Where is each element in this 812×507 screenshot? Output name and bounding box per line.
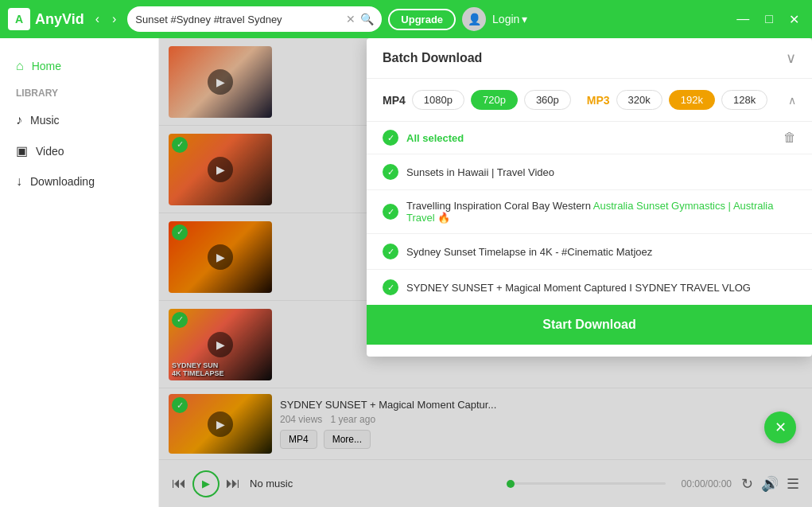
chevron-down-icon: ▾ xyxy=(522,13,527,25)
mp3-group: MP3 320k 192k 128k xyxy=(587,90,767,110)
sidebar-item-music[interactable]: ♪ Music xyxy=(0,105,158,135)
sidebar-item-home[interactable]: ⌂ Home xyxy=(0,51,158,81)
batch-download-modal: Batch Download ∨ MP4 1080p 720p 360p MP3 xyxy=(367,38,812,357)
list-item: ✓ Sunsets in Hawaii | Travel Video xyxy=(367,154,812,190)
list-item: ✓ Travelling Inspiration Coral Bay Weste… xyxy=(367,190,812,234)
topbar: A AnyVid ‹ › Sunset #Sydney #travel Sydn… xyxy=(0,0,812,38)
content-area: ▶ ✓ ▶ ✓ ▶ xyxy=(159,38,812,507)
items-list: ✓ Sunsets in Hawaii | Travel Video ✓ Tra… xyxy=(367,154,812,305)
format-row: MP4 1080p 720p 360p MP3 320k 192k 128k ∧ xyxy=(383,90,796,110)
sidebar-item-downloading[interactable]: ↓ Downloading xyxy=(0,166,158,197)
item-text: SYDNEY SUNSET + Magical Moment Captured … xyxy=(406,282,796,294)
login-button[interactable]: Login ▾ xyxy=(492,13,527,25)
item-text: Sydney Sunset Timelapse in 4K - #Cinemat… xyxy=(406,246,796,258)
logo-icon: A xyxy=(8,8,30,30)
search-bar: Sunset #Sydney #travel Sydney ✕ 🔍 xyxy=(127,6,382,32)
item-text: Travelling Inspiration Coral Bay Western… xyxy=(406,200,796,224)
maximize-button[interactable]: □ xyxy=(760,10,778,29)
quality-192k[interactable]: 192k xyxy=(669,90,715,110)
upgrade-button[interactable]: Upgrade xyxy=(388,9,456,30)
app-logo: A AnyVid xyxy=(8,8,84,30)
close-circle-button[interactable]: ✕ xyxy=(764,411,796,443)
music-icon: ♪ xyxy=(16,113,22,127)
item-text: Sunsets in Hawaii | Travel Video xyxy=(406,166,796,178)
quality-128k[interactable]: 128k xyxy=(721,90,767,110)
sidebar: ⌂ Home Library ♪ Music ▣ Video ↓ Downloa… xyxy=(0,38,159,507)
modal-overlay: Batch Download ∨ MP4 1080p 720p 360p MP3 xyxy=(159,38,812,507)
item-check-icon: ✓ xyxy=(383,164,398,180)
avatar: 👤 xyxy=(462,7,486,31)
window-controls: — □ ✕ xyxy=(732,10,804,29)
mp4-label: MP4 xyxy=(383,94,406,107)
sidebar-item-video[interactable]: ▣ Video xyxy=(0,135,158,166)
delete-all-icon[interactable]: 🗑 xyxy=(783,131,796,145)
minimize-button[interactable]: — xyxy=(732,10,754,29)
item-check-icon: ✓ xyxy=(383,204,398,220)
close-button[interactable]: ✕ xyxy=(784,10,804,29)
list-item: ✓ SYDNEY SUNSET + Magical Moment Capture… xyxy=(367,270,812,305)
search-icon[interactable]: 🔍 xyxy=(360,13,374,25)
list-item: ✓ Sydney Sunset Timelapse in 4K - #Cinem… xyxy=(367,234,812,270)
main-layout: ⌂ Home Library ♪ Music ▣ Video ↓ Downloa… xyxy=(0,38,812,507)
mp4-group: MP4 1080p 720p 360p xyxy=(383,90,571,110)
nav-forward-button[interactable]: › xyxy=(107,9,121,29)
search-value: Sunset #Sydney #travel Sydney xyxy=(135,14,341,25)
quality-320k[interactable]: 320k xyxy=(616,90,662,110)
item-check-icon: ✓ xyxy=(383,244,398,259)
all-selected-row: ✓ All selected 🗑 xyxy=(367,122,812,154)
format-collapse-icon[interactable]: ∧ xyxy=(788,94,796,107)
modal-collapse-icon[interactable]: ∨ xyxy=(786,49,796,67)
nav-back-button[interactable]: ‹ xyxy=(91,9,104,29)
downloading-icon: ↓ xyxy=(16,174,22,189)
sidebar-library-label: Library xyxy=(0,81,158,105)
quality-1080p[interactable]: 1080p xyxy=(412,90,464,110)
format-section: MP4 1080p 720p 360p MP3 320k 192k 128k ∧ xyxy=(367,79,812,122)
item-check-icon: ✓ xyxy=(383,279,398,295)
quality-360p[interactable]: 360p xyxy=(524,90,571,110)
quality-720p[interactable]: 720p xyxy=(471,90,518,110)
mp3-label: MP3 xyxy=(587,94,610,107)
all-selected-label: All selected xyxy=(406,132,464,144)
search-clear-icon[interactable]: ✕ xyxy=(346,13,355,25)
video-icon: ▣ xyxy=(16,143,28,158)
modal-title: Batch Download xyxy=(383,51,482,65)
modal-header: Batch Download ∨ xyxy=(367,38,812,79)
all-check-icon: ✓ xyxy=(383,130,398,146)
start-download-button[interactable]: Start Download xyxy=(367,305,812,345)
nav-arrows: ‹ › xyxy=(91,9,122,29)
home-icon: ⌂ xyxy=(16,59,24,73)
